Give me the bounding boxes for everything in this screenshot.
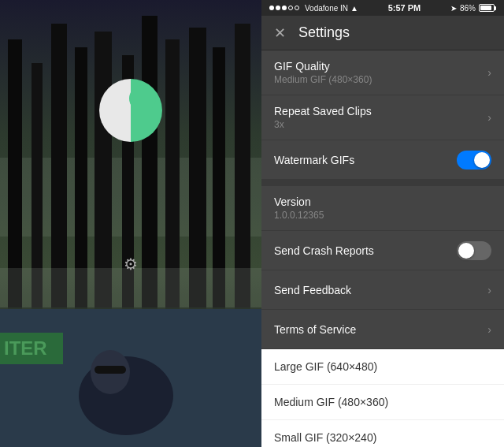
status-bar: Vodafone IN ▲ 5:57 PM ➤ 86% <box>261 0 504 16</box>
close-button[interactable]: ✕ <box>274 24 286 42</box>
repeat-saved-clips-item[interactable]: Repeat Saved Clips 3x › <box>261 95 504 140</box>
version-title: Version <box>274 196 491 208</box>
settings-list: GIF Quality Medium GIF (480×360) › Repea… <box>261 50 504 447</box>
version-subtitle: 1.0.0.12365 <box>274 210 491 221</box>
watermark-gifs-content: Watermark GIFs <box>274 154 457 166</box>
repeat-saved-clips-title: Repeat Saved Clips <box>274 105 481 117</box>
gif-size-dropdown: Large GIF (640×480) Medium GIF (480×360)… <box>261 349 504 447</box>
settings-header: ✕ Settings <box>261 16 504 50</box>
gif-quality-title: GIF Quality <box>274 60 481 73</box>
signal-dot-1 <box>269 6 274 10</box>
svg-text:ITER: ITER <box>4 337 47 359</box>
gif-quality-subtitle: Medium GIF (480×360) <box>274 74 481 85</box>
left-panel: ⚙ ITER <box>0 0 261 447</box>
terms-title: Terms of Service <box>274 323 481 336</box>
large-gif-option[interactable]: Large GIF (640×480) <box>261 349 504 385</box>
send-feedback-content: Send Feedback <box>274 284 481 296</box>
send-feedback-item[interactable]: Send Feedback › <box>261 270 504 310</box>
signal-indicator <box>269 6 299 10</box>
battery-percent: 86% <box>460 4 476 13</box>
gif-quality-content: GIF Quality Medium GIF (480×360) <box>274 60 481 85</box>
gif-quality-chevron: › <box>487 66 491 79</box>
repeat-saved-clips-content: Repeat Saved Clips 3x <box>274 105 481 130</box>
medium-gif-option[interactable]: Medium GIF (480×360) <box>261 385 504 420</box>
camera-svg: ITER <box>0 309 261 447</box>
status-left: Vodafone IN ▲ <box>269 4 358 13</box>
signal-dot-3 <box>282 6 287 10</box>
crash-reports-content: Send Crash Reports <box>274 244 457 257</box>
location-icon: ➤ <box>450 4 457 13</box>
settings-section-2: Version 1.0.0.12365 Send Crash Reports S… <box>261 186 504 349</box>
watermark-gifs-item[interactable]: Watermark GIFs <box>261 140 504 180</box>
svg-rect-20 <box>94 366 126 374</box>
crash-reports-toggle[interactable] <box>457 241 491 260</box>
crash-reports-item[interactable]: Send Crash Reports <box>261 231 504 270</box>
settings-section-1: GIF Quality Medium GIF (480×360) › Repea… <box>261 50 504 180</box>
status-right: ➤ 86% <box>450 4 496 13</box>
repeat-saved-clips-chevron: › <box>487 111 491 124</box>
signal-dot-4 <box>288 6 293 10</box>
version-item: Version 1.0.0.12365 <box>261 186 504 231</box>
crash-reports-title: Send Crash Reports <box>274 244 457 257</box>
battery-indicator <box>479 4 496 12</box>
send-feedback-title: Send Feedback <box>274 284 481 296</box>
repeat-saved-clips-subtitle: 3x <box>274 119 481 130</box>
right-panel: Vodafone IN ▲ 5:57 PM ➤ 86% ✕ Settings <box>261 0 504 447</box>
terms-content: Terms of Service <box>274 323 481 336</box>
camera-preview: ITER <box>0 309 261 447</box>
watermark-toggle[interactable] <box>457 151 491 169</box>
carrier-label: Vodafone IN <box>305 4 348 13</box>
version-content: Version 1.0.0.12365 <box>274 196 491 221</box>
terms-chevron: › <box>487 323 491 336</box>
svg-rect-13 <box>0 268 261 315</box>
app-logo <box>99 79 162 142</box>
signal-dot-2 <box>276 6 280 10</box>
watermark-gifs-title: Watermark GIFs <box>274 154 457 166</box>
crash-toggle-knob <box>458 243 474 259</box>
settings-title: Settings <box>298 24 350 41</box>
wifi-icon: ▲ <box>350 4 358 13</box>
send-feedback-chevron: › <box>487 284 491 296</box>
gif-quality-item[interactable]: GIF Quality Medium GIF (480×360) › <box>261 50 504 95</box>
toggle-knob <box>474 152 490 168</box>
signal-dot-5 <box>295 6 299 10</box>
gear-icon[interactable]: ⚙ <box>124 255 138 274</box>
terms-item[interactable]: Terms of Service › <box>261 310 504 349</box>
small-gif-option[interactable]: Small GIF (320×240) <box>261 420 504 447</box>
status-time: 5:57 PM <box>388 3 421 13</box>
section-gap-1 <box>261 180 504 186</box>
